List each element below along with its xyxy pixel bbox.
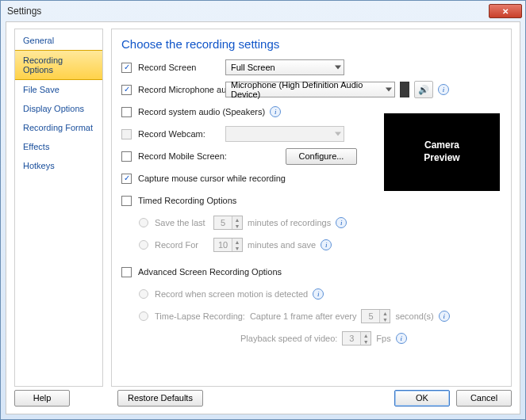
record-on-motion-label: Record when screen motion is detected: [155, 289, 308, 299]
record-on-motion-radio: [139, 289, 148, 299]
capture-cursor-label: Capture mouse cursor while recording: [138, 174, 286, 183]
record-webcam-checkbox[interactable]: [121, 129, 132, 139]
spinner-down-icon: ▼: [232, 245, 242, 251]
spinner-down-icon: ▼: [232, 223, 242, 229]
sidebar-item-general[interactable]: General: [15, 31, 102, 50]
sidebar-item-recording-format[interactable]: Recording Format: [15, 118, 102, 137]
timed-recording-label: Timed Recording Options: [138, 196, 236, 205]
close-button[interactable]: ✕: [489, 4, 522, 18]
save-last-minutes-spinner: 5 ▲▼: [213, 216, 243, 230]
spinner-up-icon: ▲: [232, 239, 242, 245]
record-mic-device-dropdown[interactable]: Microphone (High Definition Audio Device…: [225, 82, 395, 97]
timelapse-interval-value: 5: [362, 311, 379, 321]
record-mobile-checkbox[interactable]: [121, 151, 132, 162]
save-last-radio: [139, 218, 148, 227]
client-area: General Recording Options File Save Disp…: [6, 21, 520, 414]
settings-sidebar: General Recording Options File Save Disp…: [14, 29, 103, 387]
record-screen-checkbox[interactable]: [121, 63, 132, 73]
restore-defaults-button[interactable]: Restore Defaults: [117, 390, 203, 407]
chevron-down-icon: [335, 132, 341, 136]
page-title: Choose the recording settings: [121, 37, 501, 51]
spinner-up-icon: ▲: [232, 216, 242, 223]
record-system-audio-checkbox[interactable]: [121, 107, 132, 117]
window-title: Settings: [7, 6, 41, 17]
record-for-label: Record For: [155, 240, 209, 250]
speaker-icon: 🔊: [418, 85, 429, 95]
ok-button[interactable]: OK: [394, 390, 450, 407]
record-screen-mode-value: Full Screen: [231, 63, 275, 72]
timelapse-capture-prefix: Capture 1 frame after every: [250, 311, 357, 321]
sidebar-item-file-save[interactable]: File Save: [15, 80, 102, 99]
timelapse-fps-value: 3: [343, 334, 360, 343]
cancel-button[interactable]: Cancel: [456, 390, 512, 407]
timelapse-playback-prefix: Playback speed of video:: [240, 334, 337, 343]
record-for-suffix: minutes and save: [248, 240, 316, 250]
record-mobile-label: Record Mobile Screen:: [138, 151, 281, 161]
record-for-minutes-value: 10: [214, 240, 232, 250]
advanced-recording-checkbox[interactable]: [121, 267, 132, 277]
help-button[interactable]: Help: [14, 390, 70, 407]
record-for-radio: [139, 240, 148, 250]
sidebar-item-effects[interactable]: Effects: [15, 137, 102, 156]
spinner-down-icon: ▼: [380, 316, 390, 323]
dialog-footer: Help Restore Defaults OK Cancel: [6, 387, 520, 414]
save-last-minutes-value: 5: [214, 218, 232, 227]
timelapse-interval-spinner: 5 ▲▼: [361, 309, 390, 323]
record-screen-label: Record Screen: [138, 63, 221, 72]
sidebar-item-display-options[interactable]: Display Options: [15, 99, 102, 118]
record-mic-device-value: Microphone (High Definition Audio Device…: [231, 80, 380, 99]
timelapse-playback-suffix: Fps: [376, 334, 390, 343]
advanced-recording-label: Advanced Screen Recording Options: [138, 267, 282, 277]
record-system-audio-label: Record system audio (Speakers): [138, 107, 265, 116]
record-webcam-device-dropdown: [225, 126, 344, 142]
camera-preview: Camera Preview: [384, 113, 500, 191]
mic-level-meter: [400, 82, 409, 97]
audio-preview-button[interactable]: 🔊: [414, 81, 433, 98]
settings-window: Settings ✕ General Recording Options Fil…: [0, 0, 526, 420]
spinner-up-icon: ▲: [361, 332, 371, 338]
sidebar-item-hotkeys[interactable]: Hotkeys: [15, 156, 102, 175]
record-screen-mode-dropdown[interactable]: Full Screen: [225, 59, 344, 75]
info-icon[interactable]: i: [439, 311, 450, 322]
titlebar: Settings ✕: [1, 1, 525, 21]
record-webcam-label: Record Webcam:: [138, 129, 221, 139]
spinner-down-icon: ▼: [361, 338, 371, 345]
record-for-minutes-spinner: 10 ▲▼: [213, 238, 243, 252]
info-icon[interactable]: i: [270, 106, 281, 117]
info-icon[interactable]: i: [321, 239, 332, 250]
save-last-label: Save the last: [155, 218, 209, 227]
timelapse-capture-suffix: second(s): [395, 311, 433, 321]
timelapse-label: Time-Lapse Recording:: [155, 311, 245, 321]
chevron-down-icon: [335, 66, 341, 70]
save-last-suffix: minutes of recordings: [248, 218, 331, 227]
info-icon[interactable]: i: [396, 333, 407, 344]
close-icon: ✕: [502, 7, 509, 16]
settings-panel: Choose the recording settings Record Scr…: [111, 29, 512, 387]
configure-mobile-button[interactable]: Configure...: [286, 148, 357, 165]
record-mic-checkbox[interactable]: [121, 85, 132, 95]
record-mic-label: Record Microphone audio: [138, 85, 221, 94]
spinner-up-icon: ▲: [380, 310, 390, 316]
info-icon[interactable]: i: [313, 288, 324, 300]
info-icon[interactable]: i: [438, 84, 449, 95]
camera-preview-label: Camera Preview: [424, 139, 459, 164]
timed-recording-checkbox[interactable]: [121, 196, 132, 206]
info-icon[interactable]: i: [336, 217, 347, 228]
capture-cursor-checkbox[interactable]: [121, 174, 132, 184]
sidebar-item-recording-options[interactable]: Recording Options: [15, 50, 102, 80]
chevron-down-icon: [386, 88, 392, 92]
timelapse-radio: [139, 311, 148, 321]
timelapse-fps-spinner: 3 ▲▼: [342, 331, 371, 346]
